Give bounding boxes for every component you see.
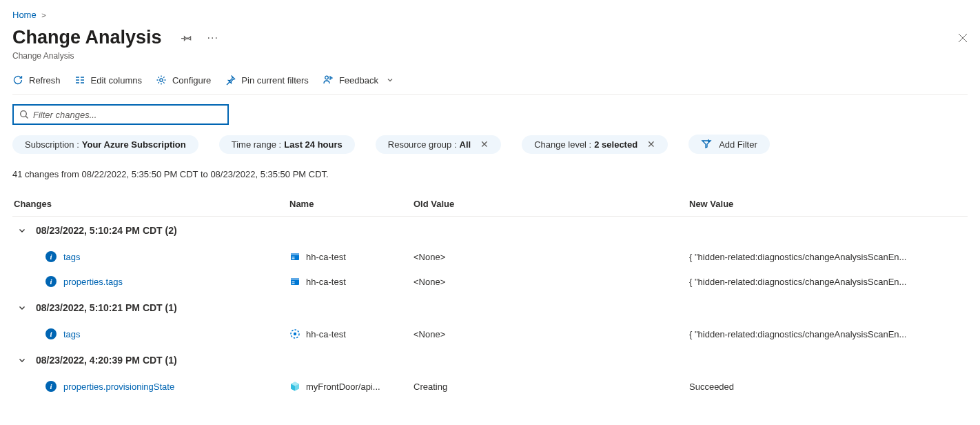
table-row[interactable]: iproperties.provisioningStatemyFrontDoor… (12, 374, 968, 399)
table-row[interactable]: iproperties.tagshh-ca-test<None>{ "hidde… (12, 269, 968, 294)
table-group-header[interactable]: 08/23/2022, 5:10:24 PM CDT (2) (12, 217, 968, 244)
group-header-text: 08/23/2022, 5:10:24 PM CDT (2) (36, 225, 177, 236)
pill-resource-group[interactable]: Resource group : All ✕ (376, 135, 501, 154)
pill-changelevel-label: Change level : (534, 139, 591, 150)
edit-columns-button[interactable]: Edit columns (74, 75, 142, 86)
close-icon[interactable] (954, 29, 972, 47)
filter-input-wrapper[interactable] (12, 104, 229, 125)
col-new[interactable]: New Value (688, 199, 968, 209)
search-icon (19, 110, 29, 119)
add-filter-label: Add Filter (719, 139, 757, 150)
change-link[interactable]: tags (63, 252, 81, 262)
pill-rgroup-label: Resource group : (388, 139, 457, 150)
pill-rgroup-value: All (460, 139, 471, 150)
pill-subscription-label: Subscription : (25, 139, 79, 150)
old-value: Creating (412, 382, 688, 392)
new-value: { "hidden-related:diagnostics/changeAnal… (688, 252, 968, 262)
resource-icon (289, 276, 300, 287)
pill-changelevel-clear-icon[interactable]: ✕ (647, 139, 655, 149)
resource-icon (289, 251, 300, 262)
toolbar: Refresh Edit columns Configure Pin curre… (12, 69, 968, 95)
table-header: Changes Name Old Value New Value (12, 192, 968, 217)
page-title: Change Analysis (12, 27, 162, 48)
breadcrumb: Home > (12, 0, 968, 27)
resource-icon (289, 328, 300, 339)
resource-icon (289, 381, 300, 392)
configure-label: Configure (172, 75, 211, 86)
svg-point-2 (21, 111, 27, 117)
refresh-label: Refresh (29, 75, 61, 86)
group-header-text: 08/23/2022, 5:10:21 PM CDT (1) (36, 302, 177, 313)
old-value: <None> (412, 277, 688, 287)
summary-text: 41 changes from 08/22/2022, 5:35:50 PM C… (12, 169, 968, 179)
col-old[interactable]: Old Value (412, 199, 688, 209)
page-subtitle: Change Analysis (12, 51, 968, 61)
breadcrumb-home[interactable]: Home (12, 10, 37, 20)
old-value: <None> (412, 329, 688, 339)
more-icon[interactable]: ··· (207, 32, 218, 44)
info-icon: i (45, 251, 57, 262)
pill-timerange-value: Last 24 hours (284, 139, 343, 150)
pill-timerange[interactable]: Time range : Last 24 hours (219, 135, 355, 154)
pill-timerange-label: Time range : (232, 139, 282, 150)
svg-point-1 (325, 76, 329, 79)
feedback-button[interactable]: Feedback (323, 75, 394, 86)
filter-input[interactable] (33, 110, 222, 120)
pill-subscription-value: Your Azure Subscription (82, 139, 186, 150)
new-value: Succeeded (688, 382, 968, 392)
feedback-label: Feedback (339, 75, 378, 86)
new-value: { "hidden-related:diagnostics/changeAnal… (688, 277, 968, 287)
change-link[interactable]: properties.tags (63, 277, 123, 287)
add-filter-button[interactable]: Add Filter (688, 135, 770, 154)
chevron-down-icon (18, 226, 26, 235)
pin-filters-label: Pin current filters (241, 75, 309, 86)
pill-rgroup-clear-icon[interactable]: ✕ (480, 139, 489, 149)
old-value: <None> (412, 252, 688, 262)
change-link[interactable]: tags (63, 329, 81, 339)
pill-subscription[interactable]: Subscription : Your Azure Subscription (12, 135, 198, 154)
pill-change-level[interactable]: Change level : 2 selected ✕ (522, 135, 668, 154)
edit-columns-label: Edit columns (91, 75, 142, 86)
table-row[interactable]: itagshh-ca-test<None>{ "hidden-related:d… (12, 244, 968, 269)
svg-point-0 (160, 79, 163, 81)
change-link[interactable]: properties.provisioningState (63, 382, 174, 392)
resource-name: hh-ca-test (306, 329, 346, 339)
resource-name: myFrontDoor/api... (306, 382, 380, 392)
group-header-text: 08/23/2022, 4:20:39 PM CDT (1) (36, 355, 177, 366)
resource-name: hh-ca-test (306, 252, 346, 262)
info-icon: i (45, 276, 57, 287)
breadcrumb-separator-icon: > (41, 11, 45, 19)
table-group-header[interactable]: 08/23/2022, 5:10:21 PM CDT (1) (12, 294, 968, 322)
info-icon: i (45, 381, 57, 392)
pin-icon[interactable] (181, 32, 192, 43)
new-value: { "hidden-related:diagnostics/changeAnal… (688, 329, 968, 339)
info-icon: i (45, 328, 57, 339)
chevron-down-icon (18, 304, 26, 312)
changes-table: Changes Name Old Value New Value 08/23/2… (12, 192, 968, 399)
pin-filters-button[interactable]: Pin current filters (225, 75, 309, 86)
col-name[interactable]: Name (288, 199, 412, 209)
table-row[interactable]: itagshh-ca-test<None>{ "hidden-related:d… (12, 322, 968, 346)
refresh-button[interactable]: Refresh (12, 75, 61, 86)
add-filter-icon (701, 139, 712, 150)
resource-name: hh-ca-test (306, 277, 346, 287)
chevron-down-icon (18, 356, 26, 364)
col-changes[interactable]: Changes (12, 199, 288, 209)
table-group-header[interactable]: 08/23/2022, 4:20:39 PM CDT (1) (12, 346, 968, 374)
pill-changelevel-value: 2 selected (594, 139, 637, 150)
configure-button[interactable]: Configure (156, 75, 211, 86)
